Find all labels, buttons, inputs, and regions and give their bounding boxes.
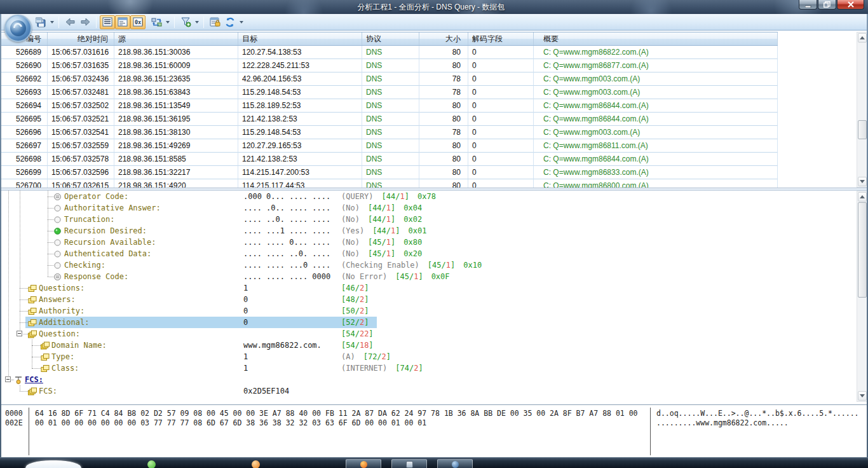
taskbar-button-analyzer[interactable] bbox=[437, 459, 473, 468]
minimize-button[interactable] bbox=[799, 0, 817, 10]
scrollbar-thumb[interactable] bbox=[858, 120, 867, 139]
cell-decode: 0 bbox=[468, 179, 534, 188]
table-row[interactable]: 52669215:06:57.032436218.98.36.151:23635… bbox=[0, 72, 778, 86]
transfer-button[interactable] bbox=[149, 15, 164, 29]
decode-row[interactable]: Type:1(A)[72/2] bbox=[0, 351, 857, 362]
bits-icon bbox=[53, 193, 62, 201]
cell-time: 15:06:57.032521 bbox=[48, 113, 114, 126]
forward-button[interactable] bbox=[78, 15, 93, 29]
field-label: Question: bbox=[39, 328, 80, 340]
table-row[interactable]: 52670015:06:57.032615218.98.36.151:49201… bbox=[0, 179, 778, 188]
cell-decode: 0 bbox=[468, 113, 534, 126]
decode-row[interactable]: Domain Name:www.mgm86822.com.[54/18] bbox=[0, 340, 857, 351]
cell-size: 80 bbox=[419, 99, 468, 113]
packet-table-header[interactable]: 编号绝对时间源目标协议大小解码字段概要 bbox=[0, 32, 778, 46]
app-logo-icon[interactable] bbox=[4, 15, 32, 42]
toolbar: 0x bbox=[0, 14, 868, 31]
cell-src: 218.98.36.151:36195 bbox=[114, 113, 238, 126]
column-header-dst[interactable]: 目标 bbox=[238, 32, 362, 45]
scrollbar-thumb[interactable] bbox=[858, 202, 867, 298]
hex-bytes-column[interactable]: 64 16 8D 6F 71 C4 84 B8 02 D2 57 09 08 0… bbox=[35, 409, 638, 428]
filter-dropdown[interactable] bbox=[193, 15, 200, 29]
packet-list-view-button[interactable] bbox=[100, 15, 115, 29]
decode-row[interactable]: Class:1(INTERNET)[74/2] bbox=[0, 362, 857, 374]
column-header-decode[interactable]: 解码字段 bbox=[468, 32, 534, 45]
decode-row[interactable]: Recursion Available:.... .... 0... ....(… bbox=[0, 237, 857, 248]
tray-icon-orange[interactable] bbox=[252, 460, 260, 468]
save-button[interactable] bbox=[33, 15, 48, 29]
cell-proto: DNS bbox=[362, 139, 419, 153]
packet-log-button[interactable] bbox=[207, 15, 222, 29]
hex-ascii-line: d..oq.....W...E..>..@...*..b$.x.6....5.*… bbox=[656, 409, 859, 418]
field-value: .000 0... .... .... bbox=[243, 191, 330, 202]
field-value: 0x2D5EF104 bbox=[243, 385, 289, 397]
decode-row[interactable]: Checking:.... .... ...0 ....(Checking En… bbox=[0, 259, 857, 271]
restore-button[interactable] bbox=[818, 0, 836, 10]
field-offset: [44/1] bbox=[368, 214, 395, 225]
column-header-summary[interactable]: 概要 bbox=[534, 32, 778, 45]
taskbar-button-window[interactable] bbox=[391, 459, 427, 468]
cell-src: 218.98.36.151:13549 bbox=[114, 99, 238, 113]
field-label: Questions: bbox=[39, 282, 85, 294]
hex-ascii-column[interactable]: d..oq.....W...E..>..@...*..b$.x.6....5.*… bbox=[656, 409, 859, 428]
scroll-down-icon[interactable] bbox=[858, 177, 867, 186]
cell-time: 15:06:57.032578 bbox=[48, 153, 114, 166]
taskbar-button-browser[interactable] bbox=[346, 459, 381, 468]
table-row[interactable]: 52669315:06:57.032481218.98.36.151:63843… bbox=[0, 86, 778, 99]
decode-row[interactable]: Questions:1[46/2] bbox=[0, 282, 857, 294]
decode-row[interactable]: Question:[54/22] bbox=[0, 328, 857, 340]
table-row[interactable]: 52669015:06:57.031635218.98.36.151:60009… bbox=[0, 59, 778, 72]
decode-row[interactable]: Authority:0[50/2] bbox=[0, 305, 857, 317]
table-row[interactable]: 52669615:06:57.032541218.98.36.151:38130… bbox=[0, 126, 778, 139]
cell-proto: DNS bbox=[362, 59, 419, 72]
table-row[interactable]: 52669915:06:57.032596218.98.36.151:32217… bbox=[0, 166, 778, 179]
field-icon bbox=[28, 296, 36, 304]
start-orb[interactable] bbox=[25, 460, 81, 468]
decode-row[interactable]: Answers:0[48/2] bbox=[0, 294, 857, 305]
packet-list-scrollbar[interactable] bbox=[857, 32, 867, 188]
cell-dst: 120.27.29.165:53 bbox=[238, 139, 362, 153]
decode-row[interactable]: FCS:0x2D5EF104 bbox=[0, 385, 857, 397]
decode-scrollbar[interactable] bbox=[857, 191, 867, 402]
decode-row[interactable]: FCS: bbox=[0, 374, 857, 385]
field-note: (No) bbox=[341, 214, 360, 225]
decode-row[interactable]: Operator Code:.000 0... .... ....(QUERY)… bbox=[0, 191, 857, 202]
column-header-size[interactable]: 大小 bbox=[419, 32, 468, 45]
table-row[interactable]: 52669815:06:57.032578218.98.36.151:85851… bbox=[0, 153, 778, 166]
scroll-up-icon[interactable] bbox=[858, 192, 867, 202]
table-row[interactable]: 52669715:06:57.032559218.98.36.151:49269… bbox=[0, 139, 778, 153]
field-value: 0 bbox=[243, 317, 248, 328]
column-header-time[interactable]: 绝对时间 bbox=[48, 32, 114, 45]
close-button[interactable] bbox=[837, 0, 864, 10]
radio-off-icon bbox=[53, 250, 62, 258]
field-label: Authenticated Data: bbox=[64, 248, 151, 259]
filter-button[interactable] bbox=[178, 15, 193, 29]
hex-view-button[interactable]: 0x bbox=[130, 15, 146, 29]
transfer-dropdown[interactable] bbox=[164, 15, 171, 29]
decode-row[interactable]: Truncation:.... ..0. .... ....(No)[44/1]… bbox=[0, 214, 857, 225]
decode-row[interactable]: Response Code:.... .... .... 0000(No Err… bbox=[0, 271, 857, 282]
collapse-toggle-icon[interactable] bbox=[5, 376, 11, 382]
save-dropdown[interactable] bbox=[48, 15, 55, 29]
refresh-button[interactable] bbox=[222, 15, 238, 29]
table-row[interactable]: 52669515:06:57.032521218.98.36.151:36195… bbox=[0, 113, 778, 126]
decode-row[interactable]: Recursion Desired:.... ...1 .... ....(Ye… bbox=[0, 225, 857, 237]
table-row[interactable]: 52668915:06:57.031616218.98.36.151:30036… bbox=[0, 46, 778, 59]
decode-row[interactable]: Authenticated Data:.... .... ..0. ....(N… bbox=[0, 248, 857, 259]
column-header-src[interactable]: 源 bbox=[114, 32, 238, 45]
tray-icon-green[interactable] bbox=[147, 460, 156, 468]
table-row[interactable]: 52669415:06:57.032502218.98.36.151:13549… bbox=[0, 99, 778, 113]
scroll-down-icon[interactable] bbox=[858, 391, 867, 401]
refresh-dropdown[interactable] bbox=[238, 15, 245, 29]
field-note: (INTERNET) bbox=[341, 362, 387, 374]
decode-view-button[interactable] bbox=[115, 15, 130, 29]
column-header-proto[interactable]: 协议 bbox=[362, 32, 419, 45]
field-value: www.mgm86822.com. bbox=[243, 340, 322, 351]
decode-row[interactable]: Additional:0[52/2] bbox=[0, 317, 857, 328]
scroll-up-icon[interactable] bbox=[858, 33, 867, 43]
decode-row[interactable]: Authoritative Answer:.... .0.. .... ....… bbox=[0, 202, 857, 214]
back-button[interactable] bbox=[62, 15, 78, 29]
field-value: 1 bbox=[243, 351, 248, 362]
collapse-toggle-icon[interactable] bbox=[17, 331, 22, 336]
tree-connector bbox=[20, 299, 28, 300]
